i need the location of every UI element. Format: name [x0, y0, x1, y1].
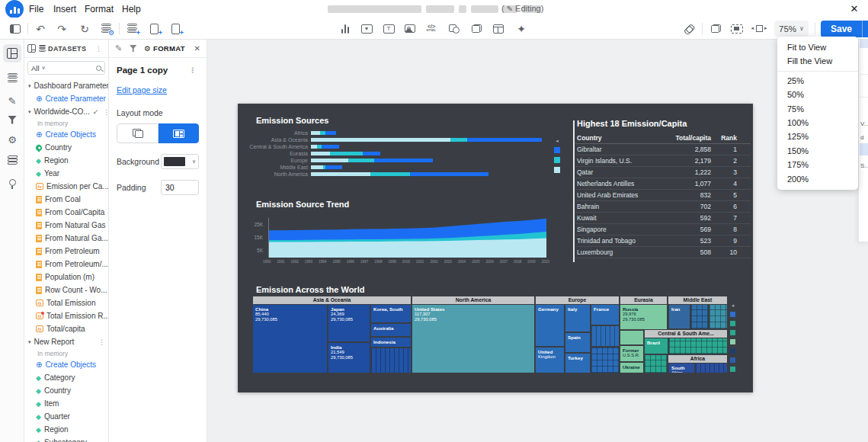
treemap-cell[interactable]: Korea, South [371, 305, 411, 322]
bar-chart-legend-collapsed[interactable]: ◂ [554, 138, 560, 173]
insert-control-button[interactable]: ▾ [357, 20, 376, 37]
tree-item[interactable]: ⊕Create Parameter [24, 92, 108, 105]
treemap-cell[interactable] [696, 364, 727, 373]
tab-edit-icon[interactable]: ✎ [115, 43, 122, 53]
treemap-cell[interactable]: Ukraine [620, 363, 643, 373]
treemap-cell[interactable] [645, 355, 667, 373]
tree-item[interactable]: ◆Region [24, 154, 108, 167]
insert-shape-button[interactable] [445, 20, 463, 37]
insert-image-button[interactable] [401, 20, 419, 37]
tree-item[interactable]: ▾Worldwide-CO...✓⋮ [24, 105, 108, 118]
zoom-menu-item[interactable]: 25% [777, 74, 858, 88]
treemap-cell[interactable]: Indonesia [371, 338, 411, 347]
zoom-menu-item[interactable]: 100% [777, 116, 858, 130]
tab-filter-icon[interactable] [130, 45, 136, 52]
treemap-cell[interactable] [591, 348, 619, 373]
menu-insert[interactable]: Insert [53, 4, 76, 14]
snapshot-button[interactable] [728, 20, 746, 37]
rail-settings-button[interactable]: ⚙ [3, 130, 21, 149]
zoom-menu-item[interactable]: 150% [777, 144, 858, 158]
widget-emission-table[interactable]: Highest 18 Emission/Capita Country Total… [575, 119, 751, 258]
treemap-cell[interactable]: Iran [669, 305, 690, 328]
treemap-cell[interactable]: India21,54929,730,085 [328, 343, 370, 373]
treemap-cell[interactable]: Turkey [565, 354, 590, 373]
kebab-menu-icon[interactable]: ⋮ [98, 338, 108, 346]
caret-down-icon[interactable]: ▾ [28, 83, 31, 89]
tree-item[interactable]: From Petroleum [24, 245, 108, 258]
layout-free-button[interactable] [117, 123, 159, 143]
tree-item[interactable]: From Coal/Capita [24, 206, 108, 219]
treemap-cell[interactable] [620, 331, 643, 344]
treemap-cell[interactable]: Russia29,97629,730,085 [620, 305, 667, 329]
datasets-menu-icon[interactable]: ⋮ [95, 45, 105, 53]
tree-item[interactable]: ◆Category [24, 371, 108, 384]
insert-text-button[interactable]: T [380, 20, 398, 37]
treemap-cell[interactable]: Italy [565, 305, 590, 332]
treemap-cell[interactable]: Germany [536, 305, 564, 346]
treemap-cell[interactable]: Spain [565, 333, 590, 352]
treemap-cell[interactable] [669, 338, 727, 354]
rail-filter-button[interactable] [3, 110, 21, 129]
background-color-select[interactable]: ∨ [161, 154, 199, 169]
resize-canvas-button[interactable] [750, 20, 768, 37]
tree-item[interactable]: ◆Country [24, 384, 108, 397]
tree-item[interactable]: ◆Subcategory [24, 436, 108, 442]
zoom-menu-item[interactable]: 175% [777, 158, 858, 171]
panel-view-icon[interactable] [27, 44, 36, 53]
undo-button[interactable]: ↶ [31, 20, 50, 37]
zoom-menu-item[interactable]: Fill the View [777, 54, 858, 68]
caret-down-icon[interactable]: ▾ [28, 339, 31, 345]
treemap-cell[interactable]: Brazil [645, 338, 668, 354]
treemap-cell[interactable]: United States117,30729,730,085 [412, 305, 534, 373]
treemap-cell[interactable] [371, 348, 411, 373]
zoom-menu-item[interactable]: 200% [777, 172, 858, 186]
toggle-sidebar-button[interactable] [6, 20, 24, 37]
zoom-menu-item[interactable]: Fit to View [777, 40, 858, 54]
redo-button[interactable]: ↷ [53, 20, 71, 37]
tree-item[interactable]: Row Count - Wo... [24, 283, 108, 296]
tree-item[interactable]: ◆Quarter [24, 410, 108, 423]
table-edge-scrollbar[interactable] [573, 120, 575, 262]
zoom-menu-item[interactable]: 125% [777, 130, 858, 143]
tree-item[interactable]: fxTotal Emission R... [24, 309, 108, 322]
tree-item[interactable]: ◆Region [24, 423, 108, 436]
treemap-cell[interactable] [709, 305, 727, 328]
insert-table-button[interactable] [489, 20, 508, 37]
tree-item[interactable]: fxTotal/capita [24, 322, 108, 335]
rail-tips-button[interactable] [3, 173, 21, 191]
treemap-cell[interactable]: France [591, 305, 619, 325]
save-options-button[interactable]: ▾ [862, 21, 868, 37]
refresh-button[interactable]: ↻ [75, 20, 94, 37]
tree-item[interactable]: fxTotal Emission [24, 296, 108, 309]
close-panel-icon[interactable]: ✕ [194, 44, 200, 53]
dashboard-canvas[interactable]: Emission Sources AfricaAsia & OceaniaCen… [238, 104, 753, 392]
add-dataset-button[interactable]: + [123, 20, 141, 37]
rail-layers-button[interactable] [3, 151, 21, 169]
rail-data-button[interactable] [3, 69, 21, 87]
dataset-settings-button[interactable]: ⚙ [97, 20, 115, 37]
duplicate-widget-button[interactable] [467, 20, 485, 37]
tree-item[interactable]: From Natural Ga... [24, 232, 108, 245]
edit-page-size-link[interactable]: Edit page size [117, 85, 167, 94]
page-menu-icon[interactable]: ⋮ [189, 66, 199, 74]
treemap-cell[interactable]: UnitedKingdom [536, 348, 564, 373]
tree-item[interactable]: In memory [24, 118, 108, 128]
treemap-cell[interactable] [691, 305, 708, 328]
insert-chart-button[interactable] [336, 20, 354, 37]
share-link-button[interactable] [680, 20, 698, 37]
app-logo-icon[interactable] [5, 0, 24, 18]
menu-file[interactable]: File [29, 4, 43, 14]
kebab-menu-icon[interactable]: ⋮ [103, 108, 108, 116]
treemap-cell[interactable]: China85,44029,730,085 [253, 305, 327, 373]
insert-html-button[interactable]: </>HTML [422, 20, 440, 37]
add-page-button[interactable]: + [166, 20, 184, 37]
save-button[interactable]: Save [821, 21, 862, 37]
tree-item[interactable]: ⊕Create Objects [24, 128, 108, 141]
add-report-button[interactable]: + [145, 20, 163, 37]
tree-item[interactable]: From Petroleum/... [24, 258, 108, 271]
zoom-level-button[interactable]: 75% ∨ [774, 21, 809, 37]
copy-page-button[interactable] [706, 20, 725, 37]
rail-edit-button[interactable]: ✎ [3, 91, 21, 110]
close-icon[interactable]: ✕ [847, 2, 861, 16]
treemap-cell[interactable]: Japan24,36929,730,085 [328, 305, 370, 341]
